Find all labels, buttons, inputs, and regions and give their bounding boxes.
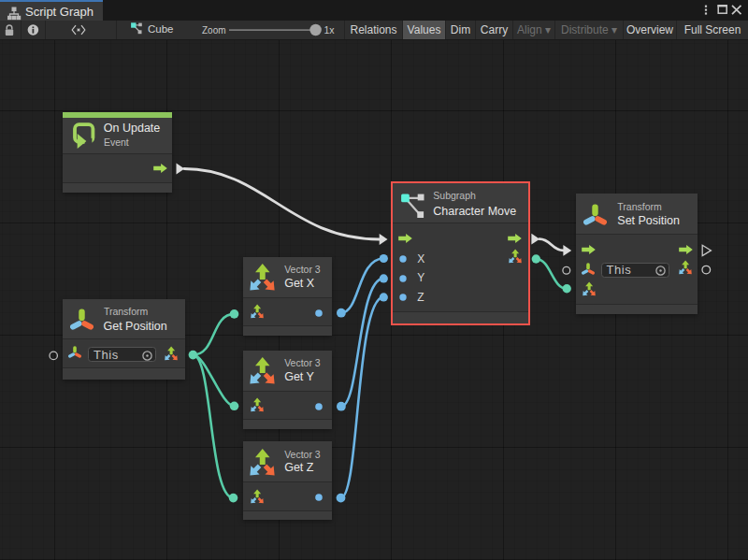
svg-text:1x: 1x (324, 24, 336, 36)
